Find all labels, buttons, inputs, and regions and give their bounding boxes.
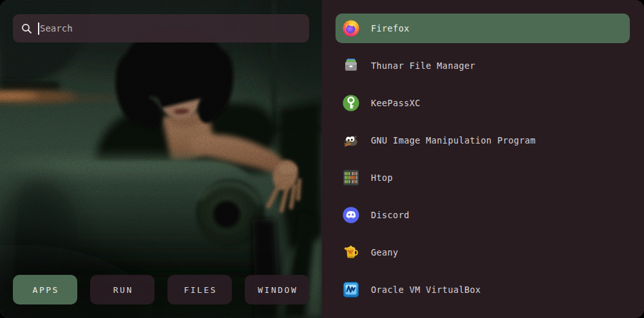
app-row-discord[interactable]: Discord [336,200,630,230]
app-row-keepassxc[interactable]: KeePassXC [336,88,630,118]
launcher-window: APPSRUNFILESWINDOW Firefox Thunar File M… [0,0,644,318]
geany-icon [342,243,360,261]
app-label: GNU Image Manipulation Program [371,135,536,145]
tab-window[interactable]: WINDOW [245,275,309,304]
tab-files[interactable]: FILES [167,275,232,304]
app-label: Oracle VM VirtualBox [371,285,481,295]
virtualbox-icon [342,281,360,299]
search-bar[interactable] [13,14,309,42]
app-label: Geany [371,247,399,257]
app-row-htop[interactable]: Htop [336,163,630,192]
app-row-gimp[interactable]: GNU Image Manipulation Program [336,126,630,155]
keepassxc-icon [342,94,360,112]
app-row-geany[interactable]: Geany [336,238,630,267]
app-label: Thunar File Manager [371,61,475,71]
app-label: KeePassXC [371,98,421,108]
gimp-icon [342,131,360,149]
mode-tabs: APPSRUNFILESWINDOW [0,275,322,304]
app-row-thunar[interactable]: Thunar File Manager [336,51,630,80]
app-list: Firefox Thunar File Manager KeePassXC GN… [322,0,644,318]
app-row-firefox[interactable]: Firefox [336,14,630,43]
text-cursor [38,23,39,35]
app-label: Discord [371,210,410,220]
app-label: Htop [371,173,393,183]
tab-run[interactable]: RUN [90,275,155,304]
app-row-virtualbox[interactable]: Oracle VM VirtualBox [336,275,630,304]
wallpaper-illustration-woman-in-armchair [0,0,322,318]
firefox-icon [342,19,360,37]
search-icon [21,23,32,34]
tab-apps[interactable]: APPS [13,275,77,304]
search-input[interactable] [40,23,301,33]
left-pane: APPSRUNFILESWINDOW [0,0,322,318]
app-label: Firefox [371,23,410,33]
discord-icon [342,206,360,224]
thunar-icon [342,57,360,75]
htop-icon [342,169,360,187]
